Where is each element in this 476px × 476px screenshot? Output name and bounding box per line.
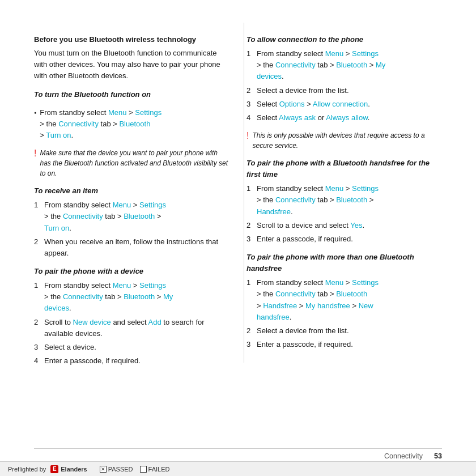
step-text: From standby select Menu > Settings > th…	[44, 280, 173, 314]
hf-step-1: 1 From standby select Menu > Settings > …	[246, 183, 442, 217]
connectivity-link6: Connectivity	[275, 290, 316, 298]
allow-conn-title: To allow connection to the phone	[246, 34, 442, 45]
allow-step-1: 1 From standby select Menu > Settings > …	[246, 48, 442, 82]
yes-link: Yes	[350, 221, 362, 230]
note-box-1: ! Make sure that the device you want to …	[34, 148, 230, 178]
preflighted-label: Preflighted by	[8, 466, 46, 473]
connectivity-link5: Connectivity	[275, 196, 316, 204]
step-text: Select a device from the list.	[257, 325, 349, 337]
failed-checkbox: FAILED	[140, 466, 170, 473]
menu-link3: Menu	[113, 281, 131, 290]
step-text: Select Options > Allow connection.	[257, 99, 370, 110]
hfm-step-2: 2 Select a device from the list.	[246, 325, 442, 337]
allow-step-4: 4 Select Always ask or Always allow.	[246, 112, 442, 124]
section1-title: To turn the Bluetooth function on	[34, 89, 230, 100]
step-num: 3	[246, 99, 254, 110]
step-text: When you receive an item, follow the ins…	[44, 236, 230, 259]
step-num: 2	[34, 317, 42, 339]
handsfree-multi-steps: 1 From standby select Menu > Settings > …	[246, 277, 442, 350]
settings-link4: Settings	[352, 49, 379, 58]
hfm-step-3: 3 Enter a passcode, if required.	[246, 339, 442, 350]
receive-item-steps: 1 From standby select Menu > Settings > …	[34, 199, 230, 259]
bluetooth-link3: Bluetooth	[124, 292, 155, 301]
note-text-2: This is only possible with devices that …	[252, 130, 442, 151]
step-num: 2	[246, 325, 254, 337]
settings-link5: Settings	[352, 184, 379, 193]
note-icon: !	[34, 148, 36, 178]
bluetooth-link: Bluetooth	[119, 120, 150, 128]
handsfree-first-steps: 1 From standby select Menu > Settings > …	[246, 183, 442, 245]
page-number: 53	[434, 452, 442, 460]
allow-conn-steps: 1 From standby select Menu > Settings > …	[246, 48, 442, 124]
step-text: Select a device from the list.	[257, 85, 349, 96]
step-text: From standby select Menu > Settings > th…	[257, 183, 379, 217]
step-text: From standby select Menu > Settings > th…	[257, 48, 385, 82]
step-num: 3	[246, 339, 254, 350]
allowconn-link: Allow connection	[313, 100, 368, 108]
settings-link: Settings	[135, 108, 162, 117]
bullet-text: From standby select Menu > Settings > th…	[40, 107, 162, 141]
turnon-link2: Turn on	[44, 224, 69, 232]
step-text: Scroll to New device and select Add to s…	[44, 317, 230, 339]
passed-check-icon: ✕	[100, 466, 107, 473]
step-num: 2	[246, 85, 254, 96]
step-num: 2	[34, 236, 42, 259]
footer-section-label: Connectivity	[384, 452, 423, 460]
new-link: New	[359, 301, 373, 310]
step-text: Scroll to a device and select Yes.	[257, 220, 364, 231]
menu-link5: Menu	[325, 184, 344, 193]
left-column: Before you use Bluetooth wireless techno…	[34, 34, 230, 431]
step-num: 1	[246, 48, 254, 82]
handsfree-link2: Handsfree	[263, 301, 297, 310]
step-text: Select Always ask or Always allow.	[257, 112, 369, 124]
alwaysallow-link: Always allow	[326, 113, 368, 122]
failed-label: FAILED	[148, 466, 170, 473]
connectivity-link3: Connectivity	[63, 292, 103, 301]
right-column: To allow connection to the phone 1 From …	[246, 34, 442, 431]
step-num: 1	[246, 277, 254, 323]
bullet-dot-icon: ●	[34, 110, 36, 141]
newdevice-link: New device	[73, 318, 111, 326]
step-text: From standby select Menu > Settings > th…	[257, 277, 379, 323]
step-text: From standby select Menu > Settings > th…	[44, 199, 166, 233]
step-num: 2	[246, 220, 254, 231]
step-num: 3	[34, 342, 42, 353]
step-text: Enter a passcode, if required.	[44, 355, 141, 367]
elanders-name: Elanders	[61, 466, 87, 473]
passed-label: PASSED	[108, 466, 133, 473]
hf-step-3: 3 Enter a passcode, if required.	[246, 233, 442, 245]
handsfree-link: Handsfree	[257, 207, 291, 216]
menu-link: Menu	[108, 108, 127, 117]
allow-step-2: 2 Select a device from the list.	[246, 85, 442, 96]
bluetooth-link2: Bluetooth	[124, 212, 155, 220]
alwaysask-link: Always ask	[279, 113, 316, 122]
passed-checkbox: ✕ PASSED	[100, 466, 133, 473]
options-link: Options	[279, 100, 305, 108]
step-num: 1	[34, 199, 42, 233]
step-num: 4	[34, 355, 42, 367]
footer-content: Connectivity 53	[384, 452, 442, 460]
page-footer: Connectivity 53	[34, 448, 442, 460]
step-num: 4	[246, 112, 254, 124]
pair-device-steps: 1 From standby select Menu > Settings > …	[34, 280, 230, 367]
step-num: 3	[246, 233, 254, 245]
step-receive-1: 1 From standby select Menu > Settings > …	[34, 199, 230, 233]
intro-text: You must turn on the Bluetooth function …	[34, 48, 230, 82]
bluetooth-link4: Bluetooth	[336, 61, 367, 69]
bullet-bluetooth-on: ● From standby select Menu > Settings > …	[34, 107, 230, 141]
handsfree-first-title: To pair the phone with a Bluetooth hands…	[246, 158, 442, 180]
hfm-step-1: 1 From standby select Menu > Settings > …	[246, 277, 442, 323]
step-pair-2: 2 Scroll to New device and select Add to…	[34, 317, 230, 339]
menu-link4: Menu	[325, 49, 344, 58]
allow-step-3: 3 Select Options > Allow connection.	[246, 99, 442, 110]
settings-link6: Settings	[352, 278, 379, 287]
note-box-2: ! This is only possible with devices tha…	[246, 130, 442, 151]
turnon-link: Turn on	[46, 131, 71, 139]
step-num: 1	[246, 183, 254, 217]
connectivity-link: Connectivity	[58, 120, 99, 128]
step-pair-4: 4 Enter a passcode, if required.	[34, 355, 230, 367]
handsfree-link3: handsfree	[257, 313, 290, 321]
elanders-icon: E	[50, 465, 58, 473]
step-pair-3: 3 Select a device.	[34, 342, 230, 353]
hf-step-2: 2 Scroll to a device and select Yes.	[246, 220, 442, 231]
